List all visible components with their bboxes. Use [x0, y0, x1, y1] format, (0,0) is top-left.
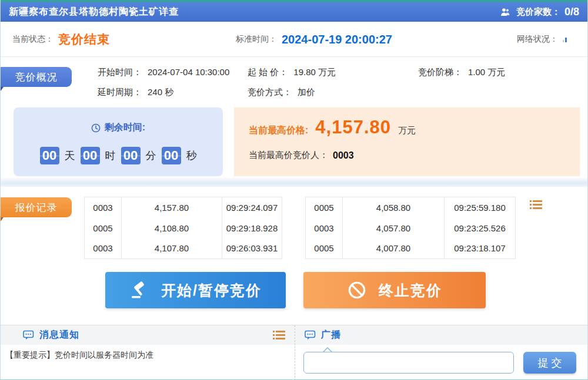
broadcast-input[interactable] — [303, 352, 514, 374]
start-price-field: 起 始 价：19.80 万元 — [248, 67, 336, 78]
price-cell: 4,058.80 — [343, 197, 445, 218]
bidder-count: 竞价家数： 0/8 — [500, 6, 579, 18]
time-cell: 09:29:24.097 — [222, 197, 282, 218]
current-status-value: 竞价结束 — [58, 31, 110, 48]
bidder-cell: 0005 — [85, 218, 122, 238]
table-row: 0005 4,007.80 09:23:18.107 — [306, 238, 516, 259]
price-cell: 4,107.80 — [122, 238, 222, 259]
current-status: 当前状态： 竞价结束 — [12, 22, 110, 57]
important-notice: 【重要提示】竞价时间以服务器时间为准 — [5, 350, 153, 361]
bidder-cell: 0005 — [306, 238, 343, 259]
bottom-panels: 消息通知 【重要提示】竞价时间以服务器时间为准 — [1, 325, 587, 380]
status-bar: 当前状态： 竞价结束 标准时间： 2024-07-19 20:00:27 网络状… — [1, 22, 587, 57]
input-caret — [323, 347, 332, 352]
start-pause-bid-button[interactable]: 开始/暂停竞价 — [105, 272, 286, 308]
table-row: 0005 4,058.80 09:25:59.180 — [306, 197, 516, 218]
bid-mode-value: 加价 — [298, 87, 315, 97]
bid-records-badge: 报价记录 — [1, 197, 72, 217]
delay-period-value: 240 秒 — [148, 87, 173, 97]
start-pause-bid-label: 开始/暂停竞价 — [161, 281, 262, 300]
bid-step-value: 1.00 万元 — [468, 67, 505, 77]
gavel-icon — [129, 280, 149, 300]
network-status-label: 网络状况： — [517, 34, 558, 45]
network-status: 网络状况： — [517, 22, 567, 57]
countdown-days: 00 — [40, 147, 59, 164]
countdown-digits: 00 天 00 时 00 分 00 秒 — [14, 147, 223, 164]
highest-price-box: 当前最高价格: 4,157.80 万元 当前最高价竞价人： 0003 — [234, 107, 580, 176]
highest-price-unit: 万元 — [398, 125, 416, 136]
highest-price-label: 当前最高价格: — [249, 125, 308, 137]
standard-time: 标准时间： 2024-07-19 20:00:27 — [236, 22, 392, 57]
current-status-label: 当前状态： — [12, 34, 54, 45]
prohibit-icon — [347, 280, 367, 300]
terminate-bid-button[interactable]: 终止竞价 — [303, 272, 486, 308]
price-cell: 4,057.80 — [343, 218, 445, 238]
bid-mode-field: 竞价方式：加价 — [248, 87, 315, 98]
bidder-cell: 0005 — [306, 197, 343, 218]
messages-panel-header: 消息通知 — [1, 325, 295, 345]
users-icon — [500, 8, 512, 17]
countdown-label: 剩余时间: — [105, 122, 145, 134]
records-list-icon[interactable] — [530, 200, 542, 212]
start-time-field: 开始时间：2024-07-04 10:30:00 — [98, 67, 229, 78]
unit-day: 天 — [65, 149, 75, 163]
bidders-label: 竞价家数： — [516, 6, 560, 18]
chat-bubble-icon — [23, 330, 34, 340]
submit-button[interactable]: 提 交 — [523, 352, 576, 374]
auction-page: 新疆察布查尔县塔勒德村陶瓷土矿详查 竞价家数： 0/8 当前状态： 竞价结束 标… — [0, 0, 588, 380]
countdown-seconds: 00 — [162, 147, 181, 164]
bid-records-table-left: 0003 4,157.80 09:29:24.097 0005 4,108.80… — [84, 197, 282, 259]
unit-minute: 分 — [146, 149, 156, 163]
delay-period-field: 延时周期：240 秒 — [98, 87, 173, 98]
bidder-cell: 0003 — [85, 238, 122, 259]
titlebar: 新疆察布查尔县塔勒德村陶瓷土矿详查 竞价家数： 0/8 — [1, 2, 587, 22]
unit-hour: 时 — [105, 149, 116, 163]
time-cell: 09:29:18.928 — [222, 218, 282, 238]
highest-bidder-value: 0003 — [333, 150, 354, 161]
broadcast-panel-header: 广播 — [295, 325, 588, 345]
bidder-cell: 0003 — [306, 218, 343, 238]
messages-list-icon[interactable] — [273, 330, 285, 342]
standard-time-value: 2024-07-19 20:00:27 — [282, 33, 392, 46]
highest-price-row: 当前最高价格: 4,157.80 万元 — [249, 117, 416, 138]
time-cell: 09:23:18.107 — [445, 238, 516, 259]
messages-title: 消息通知 — [39, 329, 79, 341]
terminate-bid-label: 终止竞价 — [379, 281, 442, 300]
bidders-count-value: 0/8 — [564, 6, 579, 18]
unit-second: 秒 — [186, 149, 197, 163]
table-row: 0003 4,157.80 09:29:24.097 — [85, 197, 282, 218]
price-cell: 4,007.80 — [343, 238, 445, 259]
time-cell: 09:25:59.180 — [445, 197, 516, 218]
start-price-value: 19.80 万元 — [293, 67, 336, 77]
countdown-minutes: 00 — [121, 147, 141, 164]
start-price-label: 起 始 价： — [248, 67, 288, 77]
start-time-label: 开始时间： — [98, 67, 142, 77]
countdown-box: 剩余时间: 00 天 00 时 00 分 00 秒 — [14, 107, 223, 176]
bid-records-table-right: 0005 4,058.80 09:25:59.180 0003 4,057.80… — [305, 197, 516, 259]
chat-bubble-icon — [305, 330, 316, 340]
bidder-cell: 0003 — [85, 197, 122, 218]
countdown-hours: 00 — [81, 147, 100, 164]
section-divider — [1, 178, 587, 187]
price-cell: 4,108.80 — [122, 218, 222, 238]
time-cell: 09:23:25.526 — [445, 218, 516, 238]
bid-step-label: 竞价阶梯： — [418, 67, 462, 77]
signal-icon — [563, 36, 567, 42]
highest-bidder-label: 当前最高价竞价人： — [249, 150, 328, 161]
broadcast-title: 广播 — [321, 329, 341, 341]
bid-mode-label: 竞价方式： — [248, 87, 292, 97]
time-cell: 09:26:03.931 — [222, 238, 282, 259]
price-cell: 4,157.80 — [122, 197, 222, 218]
clock-icon — [91, 123, 101, 133]
highest-price-value: 4,157.80 — [315, 117, 391, 138]
table-row: 0005 4,108.80 09:29:18.928 — [85, 218, 282, 238]
overview-badge: 竞价概况 — [1, 67, 72, 87]
standard-time-label: 标准时间： — [236, 34, 277, 45]
table-row: 0003 4,107.80 09:26:03.931 — [85, 238, 282, 259]
table-row: 0003 4,057.80 09:23:25.526 — [306, 218, 516, 238]
countdown-title: 剩余时间: — [14, 122, 223, 134]
bid-step-field: 竞价阶梯：1.00 万元 — [418, 67, 505, 78]
delay-period-label: 延时周期： — [98, 87, 142, 97]
highest-bidder-row: 当前最高价竞价人： 0003 — [249, 150, 354, 161]
page-title: 新疆察布查尔县塔勒德村陶瓷土矿详查 — [9, 6, 179, 18]
